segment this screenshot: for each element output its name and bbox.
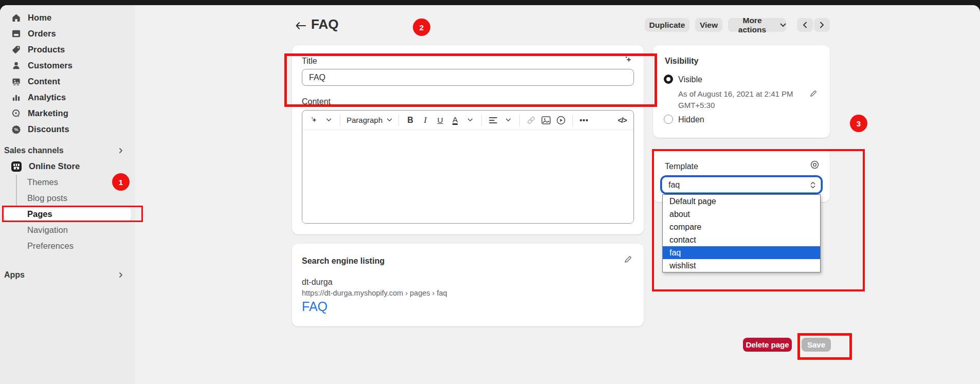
sidebar-item-orders[interactable]: Orders (0, 26, 135, 42)
sidebar: Home Orders Products Customers Content A… (0, 5, 135, 384)
sidebar-item-label: Content (28, 77, 60, 86)
sidebar-item-products[interactable]: Products (0, 42, 135, 58)
sidebar-item-online-store[interactable]: Online Store (0, 158, 135, 174)
template-option[interactable]: about (663, 208, 820, 221)
previous-page-button[interactable] (797, 18, 813, 32)
toolbar-divider (481, 115, 482, 126)
chevron-down-icon[interactable] (503, 114, 513, 127)
content-field-label: Content (302, 97, 331, 106)
chevron-right-icon (116, 147, 126, 154)
text-color-glyph: A (452, 116, 458, 125)
next-page-button[interactable] (814, 18, 830, 32)
customers-icon (11, 61, 21, 70)
seo-url-breadcrumb: https://dt-durga.myshopify.com › pages ›… (302, 289, 447, 297)
seo-card-heading: Search engine listing (302, 257, 385, 266)
paragraph-label: Paragraph (347, 116, 383, 124)
sidebar-item-customers[interactable]: Customers (0, 58, 135, 74)
sidebar-item-home[interactable]: Home (0, 10, 135, 26)
underline-button[interactable]: U (435, 114, 445, 127)
sidebar-item-label: Home (28, 13, 51, 23)
template-option[interactable]: compare (663, 221, 820, 233)
delete-page-button[interactable]: Delete page (743, 338, 792, 352)
view-eye-icon[interactable] (810, 160, 820, 170)
hidden-radio-label[interactable]: Hidden (678, 115, 704, 124)
insert-video-icon[interactable] (556, 114, 566, 127)
marketing-icon (11, 108, 21, 118)
save-button[interactable]: Save (802, 338, 831, 352)
alignment-button[interactable] (488, 114, 498, 127)
template-select-value: faq (668, 180, 680, 190)
navigation-label: Navigation (27, 225, 68, 235)
app-frame: Home Orders Products Customers Content A… (0, 5, 980, 384)
annotation-circle-2: 2 (413, 19, 430, 36)
template-option[interactable]: faq (663, 246, 820, 259)
hidden-radio[interactable] (664, 115, 673, 124)
sidebar-item-pages-selected[interactable]: Pages (4, 206, 131, 222)
products-icon (11, 45, 21, 54)
annotation-circle-3: 3 (850, 115, 867, 132)
visible-radio[interactable] (664, 75, 673, 84)
save-label: Save (807, 340, 825, 349)
duplicate-button[interactable]: Duplicate (645, 18, 689, 32)
pages-label: Pages (27, 209, 52, 219)
chevron-down-icon[interactable] (465, 114, 475, 127)
seo-site-name: dt-durga (302, 278, 333, 287)
paragraph-style-dropdown[interactable]: Paragraph (347, 114, 392, 127)
italic-button[interactable]: I (420, 114, 430, 127)
template-select[interactable]: faq (662, 177, 821, 193)
content-icon (11, 77, 21, 86)
sidebar-item-blog-posts[interactable]: Blog posts (0, 190, 135, 206)
text-color-button[interactable]: A (450, 114, 460, 127)
content-textarea[interactable] (302, 130, 633, 223)
sidebar-item-label: Products (28, 45, 65, 54)
delete-page-label: Delete page (746, 340, 789, 349)
edit-pencil-icon[interactable] (809, 89, 818, 98)
link-icon[interactable] (526, 114, 536, 127)
visibility-date-line1: As of August 16, 2021 at 2:41 PM (678, 88, 793, 100)
sidebar-item-analytics[interactable]: Analytics (0, 89, 135, 105)
duplicate-label: Duplicate (649, 21, 685, 30)
html-code-button[interactable]: </> (617, 114, 627, 127)
sidebar-item-preferences[interactable]: Preferences (0, 238, 135, 254)
edit-pencil-icon[interactable] (624, 255, 632, 264)
insert-image-icon[interactable] (541, 114, 551, 127)
discounts-icon: % (11, 124, 21, 134)
more-actions-label: More actions (728, 16, 776, 34)
sidebar-section-sales-channels[interactable]: Sales channels (0, 145, 135, 156)
visible-radio-label[interactable]: Visible (678, 75, 702, 84)
content-editor: Paragraph B I U A (302, 110, 634, 224)
chevron-down-icon (780, 23, 786, 27)
apps-label: Apps (4, 270, 25, 280)
template-option[interactable]: contact (663, 233, 820, 246)
visibility-heading: Visibility (665, 57, 699, 66)
chevron-down-icon[interactable] (323, 114, 334, 127)
template-option[interactable]: wishlist (663, 259, 820, 272)
seo-page-title-link[interactable]: FAQ (302, 299, 328, 314)
template-option[interactable]: Default page (663, 195, 820, 208)
sidebar-item-navigation[interactable]: Navigation (0, 222, 135, 238)
magic-sparkle-icon[interactable] (308, 114, 319, 127)
title-input[interactable] (302, 69, 634, 86)
back-button[interactable] (294, 20, 308, 32)
toolbar-divider (340, 115, 340, 126)
editor-toolbar: Paragraph B I U A (302, 111, 633, 130)
visibility-date-line2: GMT+5:30 (678, 100, 715, 111)
bold-button[interactable]: B (405, 114, 415, 127)
toolbar-divider (398, 115, 399, 126)
magic-sparkle-icon[interactable] (623, 54, 633, 65)
more-actions-button[interactable]: More actions (728, 18, 786, 32)
orders-icon (11, 29, 21, 39)
svg-text:%: % (14, 127, 18, 132)
online-store-icon (11, 161, 22, 172)
view-button[interactable]: View (695, 18, 722, 32)
chevron-left-icon (803, 22, 807, 28)
sidebar-section-apps[interactable]: Apps (0, 269, 135, 281)
themes-label: Themes (27, 177, 58, 187)
sidebar-item-discounts[interactable]: % Discounts (0, 121, 135, 137)
more-formatting-button[interactable]: ••• (579, 114, 589, 127)
sidebar-item-content[interactable]: Content (0, 74, 135, 89)
template-dropdown-list: Default page about compare contact faq w… (662, 194, 821, 272)
sidebar-item-marketing[interactable]: Marketing (0, 105, 135, 121)
updown-chevron-icon (810, 181, 816, 189)
online-store-label: Online Store (29, 161, 80, 171)
